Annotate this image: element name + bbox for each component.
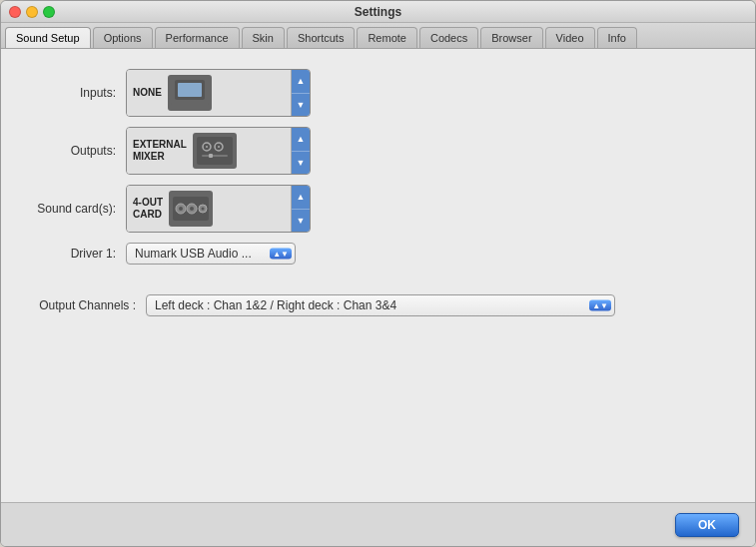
window-title: Settings [355, 5, 401, 19]
output-channels-label: Output Channels : [21, 298, 146, 312]
inputs-arrows: ▲ ▼ [292, 70, 310, 116]
soundcard-device-widget[interactable]: 4-OUT CARD [126, 185, 311, 233]
inputs-up-arrow[interactable]: ▲ [292, 70, 310, 93]
svg-point-5 [206, 146, 208, 148]
outputs-down-arrow[interactable]: ▼ [292, 152, 310, 175]
outputs-label: Outputs: [21, 144, 126, 158]
inputs-label: Inputs: [21, 86, 126, 100]
soundcard-row: Sound card(s): 4-OUT CARD [21, 185, 735, 233]
ok-button[interactable]: OK [675, 513, 739, 537]
svg-point-16 [202, 208, 205, 211]
output-channels-select[interactable]: Left deck : Chan 1&2 / Right deck : Chan… [146, 294, 615, 316]
svg-rect-9 [209, 154, 213, 158]
maximize-button[interactable] [43, 6, 55, 18]
inputs-device-widget[interactable]: NONE ▲ ▼ [126, 69, 311, 117]
soundcard-icon [171, 193, 211, 225]
inputs-down-arrow[interactable]: ▼ [292, 94, 310, 117]
outputs-device-icon [193, 133, 237, 169]
tab-remote[interactable]: Remote [357, 27, 417, 48]
inputs-device-icon [168, 75, 212, 111]
svg-point-14 [190, 207, 194, 211]
tab-skin[interactable]: Skin [242, 27, 285, 48]
outputs-up-arrow[interactable]: ▲ [292, 128, 310, 151]
laptop-icon [171, 78, 209, 108]
tab-performance[interactable]: Performance [155, 27, 240, 48]
outputs-row: Outputs: EXTERNAL MIXER [21, 127, 735, 175]
tab-shortcuts[interactable]: Shortcuts [287, 27, 355, 48]
title-bar: Settings [1, 1, 755, 23]
svg-rect-3 [197, 137, 233, 165]
output-channels-row: Output Channels : Left deck : Chan 1&2 /… [21, 294, 735, 316]
svg-rect-2 [171, 102, 209, 106]
soundcard-up-arrow[interactable]: ▲ [292, 186, 310, 209]
tab-video[interactable]: Video [545, 27, 595, 48]
soundcard-device-icon [169, 191, 213, 227]
soundcard-label: Sound card(s): [21, 202, 126, 216]
outputs-device-label-area: EXTERNAL MIXER [127, 128, 292, 174]
main-content: Inputs: NONE ▲ ▼ [1, 49, 755, 502]
tab-info[interactable]: Info [597, 27, 637, 48]
output-channels-select-wrapper: Left deck : Chan 1&2 / Right deck : Chan… [146, 294, 615, 316]
tab-browser[interactable]: Browser [480, 27, 542, 48]
outputs-arrows: ▲ ▼ [292, 128, 310, 174]
driver-label: Driver 1: [21, 247, 126, 261]
tab-sound-setup[interactable]: Sound Setup [5, 27, 91, 48]
traffic-lights [9, 6, 55, 18]
driver-row: Driver 1: Numark USB Audio ... [21, 243, 735, 265]
settings-window: Settings Sound Setup Options Performance… [0, 0, 756, 547]
inputs-row: Inputs: NONE ▲ ▼ [21, 69, 735, 117]
minimize-button[interactable] [26, 6, 38, 18]
inputs-device-text: NONE [133, 87, 162, 99]
soundcard-device-text: 4-OUT CARD [133, 197, 163, 221]
svg-point-7 [218, 146, 220, 148]
svg-rect-8 [202, 155, 228, 157]
tab-options[interactable]: Options [93, 27, 153, 48]
outputs-device-text: EXTERNAL MIXER [133, 139, 187, 163]
mixer-icon [195, 135, 235, 167]
soundcard-down-arrow[interactable]: ▼ [292, 210, 310, 233]
inputs-device-label-area: NONE [127, 70, 292, 116]
driver-select[interactable]: Numark USB Audio ... [126, 243, 296, 265]
tab-codecs[interactable]: Codecs [419, 27, 478, 48]
soundcard-device-label-area: 4-OUT CARD [127, 186, 292, 232]
soundcard-arrows: ▲ ▼ [292, 186, 310, 232]
tab-bar: Sound Setup Options Performance Skin Sho… [1, 23, 755, 49]
svg-rect-1 [178, 83, 202, 97]
driver-select-wrapper: Numark USB Audio ... [126, 243, 296, 265]
svg-point-12 [179, 207, 183, 211]
close-button[interactable] [9, 6, 21, 18]
bottom-bar: OK [1, 502, 755, 546]
outputs-device-widget[interactable]: EXTERNAL MIXER [126, 127, 311, 175]
